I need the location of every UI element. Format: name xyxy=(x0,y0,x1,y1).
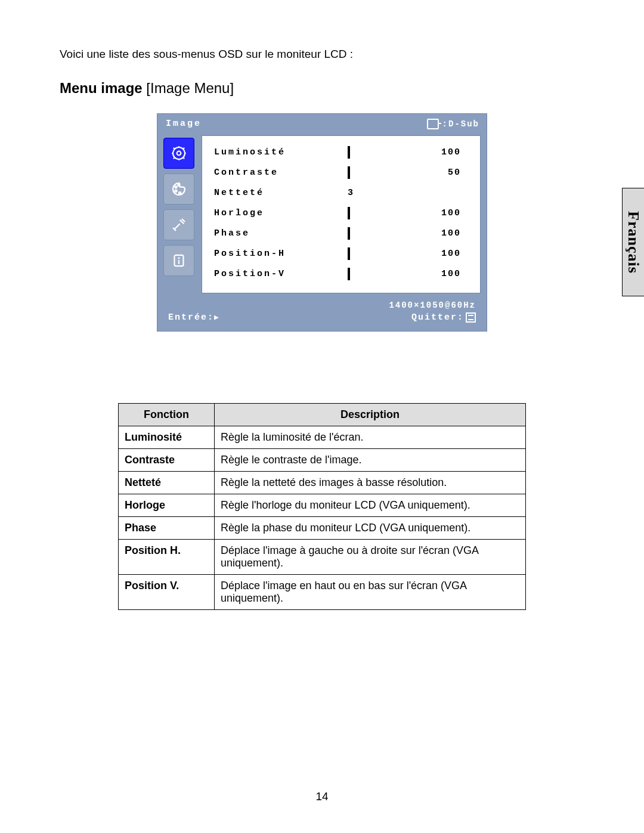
table-row: Position V.Déplace l'image en haut ou en… xyxy=(119,575,526,610)
table-row: ContrasteRègle le contraste de l'image. xyxy=(119,449,526,472)
svg-point-2 xyxy=(175,186,177,188)
function-cell: Contraste xyxy=(119,449,215,472)
heading-normal: [Image Menu] xyxy=(143,80,234,96)
section-heading: Menu image [Image Menu] xyxy=(60,80,584,97)
function-cell: Position V. xyxy=(119,575,215,610)
osd-setting-label: Horloge xyxy=(214,208,348,218)
table-row: Position H.Déplace l'image à gauche ou à… xyxy=(119,540,526,575)
tools-icon xyxy=(170,216,188,234)
table-header-function: Fonction xyxy=(119,404,215,426)
osd-setting-row[interactable]: Position-V100 xyxy=(214,264,470,284)
table-body: LuminositéRègle la luminosité de l'écran… xyxy=(119,426,526,610)
function-cell: Position H. xyxy=(119,540,215,575)
osd-source-label: :D-Sub xyxy=(442,119,479,129)
osd-source: :D-Sub xyxy=(427,119,479,129)
osd-panel: Image :D-Sub xyxy=(157,113,487,332)
osd-resolution: 1400×1050@60Hz xyxy=(157,298,487,310)
osd-setting-row[interactable]: Horloge100 xyxy=(214,203,470,223)
osd-tab-info[interactable] xyxy=(163,245,194,276)
description-cell: Déplace l'image à gauche ou à droite sur… xyxy=(215,540,526,575)
progress-bar xyxy=(348,227,350,240)
osd-main-list: Luminosité100Contraste50Netteté3Horloge1… xyxy=(202,135,481,293)
osd-setting-label: Position-V xyxy=(214,269,348,279)
description-cell: Règle le contraste de l'image. xyxy=(215,449,526,472)
svg-point-0 xyxy=(173,147,185,159)
osd-setting-row[interactable]: Phase100 xyxy=(214,223,470,243)
table-header-description: Description xyxy=(215,404,526,426)
osd-setting-value: 100 xyxy=(425,208,461,218)
osd-bar-wrap xyxy=(348,208,425,218)
osd-bar-wrap xyxy=(348,168,425,178)
osd-footer: Entrée:▶ Quitter: xyxy=(157,310,487,331)
info-icon xyxy=(170,252,188,270)
table-row: HorlogeRègle l'horloge du moniteur LCD (… xyxy=(119,494,526,517)
osd-bar-wrap xyxy=(348,228,425,239)
osd-setting-row[interactable]: Contraste50 xyxy=(214,162,470,182)
heading-bold: Menu image xyxy=(60,80,143,96)
osd-header: Image :D-Sub xyxy=(157,114,487,133)
osd-setting-row[interactable]: Position-H100 xyxy=(214,243,470,264)
osd-tab-image[interactable] xyxy=(163,138,194,169)
description-table: Fonction Description LuminositéRègle la … xyxy=(118,403,526,610)
input-source-icon xyxy=(427,119,439,129)
function-cell: Horloge xyxy=(119,494,215,517)
osd-enter-hint: Entrée:▶ xyxy=(168,312,219,323)
language-tab: Français xyxy=(622,188,644,296)
image-icon xyxy=(170,144,188,162)
document-page: Voici une liste des sous-menus OSD sur l… xyxy=(0,0,644,833)
osd-setting-label: Contraste xyxy=(214,168,348,178)
svg-point-7 xyxy=(178,257,180,259)
color-icon xyxy=(170,180,188,198)
description-cell: Déplace l'image en haut ou en bas sur l'… xyxy=(215,575,526,610)
osd-setting-value: 100 xyxy=(425,228,461,239)
osd-bar-wrap xyxy=(348,147,425,157)
function-cell: Netteté xyxy=(119,472,215,494)
page-number: 14 xyxy=(0,790,644,803)
table-row: LuminositéRègle la luminosité de l'écran… xyxy=(119,426,526,449)
progress-bar xyxy=(348,166,350,179)
description-cell: Règle la netteté des images à basse réso… xyxy=(215,472,526,494)
progress-bar xyxy=(348,146,350,159)
osd-setting-value: 50 xyxy=(425,168,461,178)
table-row: PhaseRègle la phase du moniteur LCD (VGA… xyxy=(119,517,526,540)
osd-bar-wrap xyxy=(348,249,425,259)
osd-body: Luminosité100Contraste50Netteté3Horloge1… xyxy=(157,133,487,298)
osd-side-tabs xyxy=(163,135,199,293)
progress-bar xyxy=(348,247,350,260)
svg-point-1 xyxy=(177,151,181,156)
osd-setting-label: Netteté xyxy=(214,188,348,198)
intro-text: Voici une liste des sous-menus OSD sur l… xyxy=(60,48,584,61)
osd-setting-row[interactable]: Luminosité100 xyxy=(214,142,470,162)
function-cell: Phase xyxy=(119,517,215,540)
osd-bar-wrap xyxy=(348,269,425,279)
osd-setting-value: 100 xyxy=(425,147,461,157)
osd-setting-row[interactable]: Netteté3 xyxy=(214,182,470,203)
function-cell: Luminosité xyxy=(119,426,215,449)
description-cell: Règle la phase du moniteur LCD (VGA uniq… xyxy=(215,517,526,540)
osd-setting-value: 3 xyxy=(348,188,461,198)
osd-tab-color[interactable] xyxy=(163,174,194,205)
osd-setting-value: 100 xyxy=(425,249,461,259)
description-cell: Règle l'horloge du moniteur LCD (VGA uni… xyxy=(215,494,526,517)
osd-title: Image xyxy=(166,119,202,129)
description-cell: Règle la luminosité de l'écran. xyxy=(215,426,526,449)
progress-bar xyxy=(348,268,350,280)
svg-point-4 xyxy=(179,192,181,194)
table-row: NettetéRègle la netteté des images à bas… xyxy=(119,472,526,494)
table-header-row: Fonction Description xyxy=(119,404,526,426)
osd-setting-label: Position-H xyxy=(214,249,348,259)
osd-enter-label: Entrée: xyxy=(168,312,214,323)
svg-point-3 xyxy=(175,190,177,192)
menu-icon xyxy=(466,312,476,323)
osd-tab-tools[interactable] xyxy=(163,209,194,240)
osd-setting-label: Luminosité xyxy=(214,147,348,157)
osd-setting-label: Phase xyxy=(214,228,348,239)
arrow-right-icon: ▶ xyxy=(214,313,219,322)
osd-quit-label: Quitter: xyxy=(411,312,464,323)
osd-quit-hint: Quitter: xyxy=(411,312,476,323)
osd-setting-value: 100 xyxy=(425,269,461,279)
progress-bar xyxy=(348,207,350,219)
